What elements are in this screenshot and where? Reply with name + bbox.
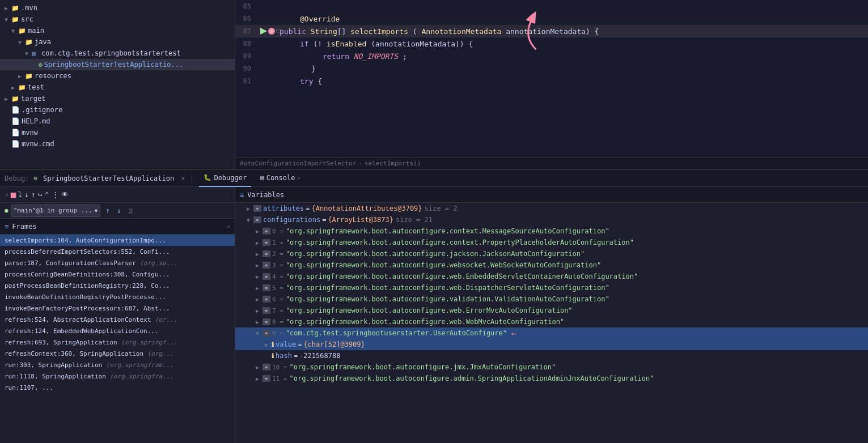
- frame-item[interactable]: postProcessBeanDefinitionRegistry:228, C…: [0, 280, 235, 291]
- variables-label: Variables: [247, 191, 284, 199]
- frame-item[interactable]: processConfigBeanDefinitions:308, Config…: [0, 269, 235, 280]
- frame-item[interactable]: refresh:524, AbstractApplicationContext …: [0, 314, 235, 325]
- debug-close-btn[interactable]: ×: [181, 174, 185, 182]
- watches-btn[interactable]: 👁: [61, 190, 69, 199]
- tree-item-package[interactable]: ▼ ▤ com.ctg.test.springbootstartertest: [0, 48, 235, 59]
- var-item-11[interactable]: ▶ ≡ 11 = "org.springframework.boot.autoc…: [235, 373, 868, 384]
- var-item-9[interactable]: ▼ ≡ 9 = "com.ctg.test.springbootuserstar…: [235, 327, 868, 339]
- line-number: 91: [238, 77, 260, 85]
- debugger-tab[interactable]: 🐛 Debugger: [199, 170, 251, 187]
- tree-item-gitignore[interactable]: 📄 .gitignore: [0, 104, 235, 116]
- thread-dropdown[interactable]: "main"@1 in group ... ▼: [11, 205, 101, 217]
- frames-pin[interactable]: →: [226, 223, 230, 231]
- var-item-6[interactable]: ▶ ≡ 6 = "org.springframework.boot.autoco…: [235, 293, 868, 305]
- more-btn[interactable]: ⋮: [52, 190, 59, 199]
- tree-label: .gitignore: [22, 106, 62, 114]
- var-expand-arrow: ▶: [256, 228, 262, 235]
- var-item-4[interactable]: ▶ ≡ 4 = "org.springframework.boot.autoco…: [235, 271, 868, 282]
- tree-item-class[interactable]: ⚙ SpringbootStarterTestApplicatio...: [0, 59, 235, 70]
- semicolon: ;: [403, 52, 407, 61]
- var-item-0[interactable]: ▶ ≡ 0 = "org.springframework.boot.autoco…: [235, 225, 868, 237]
- evaluate-btn[interactable]: ⌃: [45, 190, 49, 199]
- keyword-try: try: [300, 77, 317, 86]
- tree-item-mvnwcmd[interactable]: 📄 mvnw.cmd: [0, 138, 235, 150]
- restore-btn[interactable]: ↗: [5, 191, 9, 198]
- nav-down-btn[interactable]: ↓: [114, 206, 124, 216]
- tree-item-target[interactable]: ▶ 📁 target: [0, 93, 235, 104]
- var-item-8[interactable]: ▶ ≡ 8 = "org.springframework.boot.autoco…: [235, 316, 868, 327]
- code-line-89: 89 return NO_IMPORTS ;: [235, 50, 868, 62]
- var-value: "org.springframework.boot.autoconfigure.…: [286, 250, 585, 258]
- frame-item[interactable]: selectImports:104, AutoConfigurationImpo…: [0, 235, 235, 246]
- frame-item[interactable]: run:1107, ...: [0, 382, 235, 393]
- frame-item[interactable]: refreshContext:360, SpringApplication (o…: [0, 348, 235, 359]
- breadcrumb-class[interactable]: AutoConfigurationImportSelector: [240, 160, 356, 167]
- folder-icon: 📁: [25, 39, 33, 45]
- debug-tab-name[interactable]: SpringbootStarterTestApplication: [43, 174, 174, 182]
- debugger-tab-icon: 🐛: [204, 174, 211, 181]
- line-number: 85: [238, 2, 260, 10]
- tree-label: mvnw: [22, 129, 38, 137]
- frame-item[interactable]: refresh:124, EmbeddedWebApplicationCon..…: [0, 325, 235, 336]
- var-expand-arrow: ▶: [256, 296, 262, 303]
- tree-item-java[interactable]: ▼ 📁 java: [0, 36, 235, 48]
- var-item-2[interactable]: ▶ ≡ 2 = "org.springframework.boot.autoco…: [235, 248, 868, 259]
- frame-item[interactable]: refresh:693, SpringApplication (org.spri…: [0, 336, 235, 348]
- frame-item[interactable]: run:1118, SpringApplication (org.springf…: [0, 370, 235, 382]
- tree-item-main[interactable]: ▼ 📁 main: [0, 25, 235, 36]
- breakpoint-icon[interactable]: ⊘: [268, 28, 275, 35]
- tree-arrow: ▶: [5, 96, 10, 102]
- var-index: 9 =: [272, 330, 283, 337]
- var-expand-arrow: ▶: [256, 376, 262, 382]
- frame-item[interactable]: processDeferredImportSelectors:552, Conf…: [0, 246, 235, 257]
- tree-item-help[interactable]: 📄 HELP.md: [0, 116, 235, 127]
- var-item-7[interactable]: ▶ ≡ 7 = "org.springframework.boot.autoco…: [235, 305, 868, 316]
- code-line-90: 90 }: [235, 62, 868, 75]
- nav-up-btn[interactable]: ↑: [103, 206, 113, 216]
- var-item-configurations[interactable]: ▼ ≡ configurations = {ArrayList@3873} si…: [235, 214, 868, 225]
- var-list-icon: ≡: [262, 364, 270, 370]
- var-expand-arrow: ▶: [256, 308, 262, 314]
- var-value: "org.springframework.boot.autoconfigure.…: [286, 272, 638, 280]
- step-out-btn[interactable]: ↑: [31, 190, 36, 199]
- frame-label: invokeBeanDefinitionRegistryPostProcesso…: [5, 293, 166, 301]
- var-item-value[interactable]: ▶ ℹ value = {char[52]@3909}: [235, 339, 868, 350]
- var-item-hash[interactable]: ℹ hash = -221568788: [235, 350, 868, 361]
- tree-item-src[interactable]: ▼ 📁 src: [0, 14, 235, 25]
- sidebar-tree: ▶ 📁 .mvn ▼ 📁 src ▼ 📁 main ▼ 📁: [0, 0, 235, 152]
- frame-item[interactable]: run:303, SpringApplication (org.springfr…: [0, 359, 235, 370]
- folder-icon: 📁: [18, 84, 26, 91]
- tree-item-mvnw[interactable]: 📄 mvnw: [0, 127, 235, 138]
- file-tree-sidebar: ▶ 📁 .mvn ▼ 📁 src ▼ 📁 main ▼ 📁: [0, 0, 235, 169]
- step-over-btn[interactable]: ⤵: [18, 190, 22, 199]
- var-item-attributes[interactable]: ▶ ≡ attributes = {AnnotationAttributes@3…: [235, 203, 868, 214]
- debug-label: Debug:: [5, 174, 29, 182]
- stop-btn[interactable]: ■: [11, 189, 16, 200]
- main-container: ▶ 📁 .mvn ▼ 📁 src ▼ 📁 main ▼ 📁: [0, 0, 868, 443]
- variables-panel-header: ≡ Variables: [235, 187, 868, 203]
- thread-selector-row: ● "main"@1 in group ... ▼ ↑ ↓ ⧖: [0, 203, 235, 219]
- code-line-85: 85: [235, 0, 868, 12]
- frame-label: selectImports:104, AutoConfigurationImpo…: [5, 237, 166, 244]
- var-index: 6 =: [272, 296, 283, 303]
- frame-item[interactable]: invokeBeanFactoryPostProcessors:687, Abs…: [0, 303, 235, 314]
- frame-label: parse:187, ConfigurationClassParser (org…: [5, 259, 177, 267]
- tree-item-resources[interactable]: ▶ 📁 resources: [0, 70, 235, 82]
- var-item-1[interactable]: ▶ ≡ 1 = "org.springframework.boot.autoco…: [235, 237, 868, 248]
- step-into-btn[interactable]: ↓: [24, 190, 29, 199]
- breadcrumb-method[interactable]: selectImports(): [365, 160, 421, 167]
- var-item-3[interactable]: ▶ ≡ 3 = "org.springframework.boot.autoco…: [235, 259, 868, 271]
- run-cursor-btn[interactable]: ↪: [38, 190, 43, 199]
- tree-arrow: ▶: [5, 5, 10, 11]
- var-expand-arrow: ▼: [256, 330, 262, 336]
- console-tab[interactable]: ▤ Console ↗: [256, 170, 304, 187]
- frame-item[interactable]: invokeBeanDefinitionRegistryPostProcesso…: [0, 291, 235, 303]
- frames-list: selectImports:104, AutoConfigurationImpo…: [0, 235, 235, 443]
- tree-item-test[interactable]: ▶ 📁 test: [0, 82, 235, 93]
- var-expand-arrow: ▶: [256, 251, 262, 257]
- var-item-10[interactable]: ▶ ≡ 10 = "org.springframework.boot.autoc…: [235, 361, 868, 373]
- frame-item[interactable]: parse:187, ConfigurationClassParser (org…: [0, 257, 235, 269]
- var-item-5[interactable]: ▶ ≡ 5 = "org.springframework.boot.autoco…: [235, 282, 868, 293]
- tree-item-mvn[interactable]: ▶ 📁 .mvn: [0, 2, 235, 14]
- filter-btn[interactable]: ⧖: [125, 206, 136, 216]
